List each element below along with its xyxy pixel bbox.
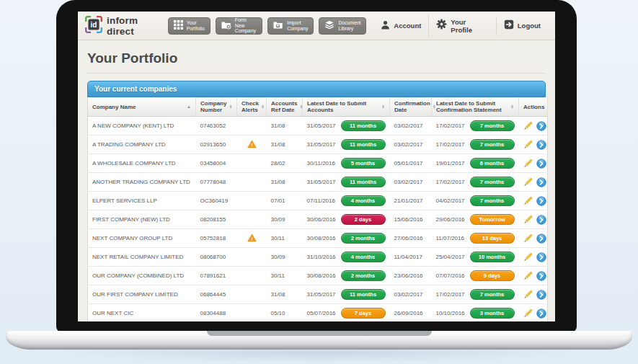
confirmation-date-cell: 03/02/2017 [390,117,432,136]
nav-your-portfolio-button[interactable]: YourPortfolio [168,17,211,35]
view-company-button[interactable] [536,271,546,281]
informdirect-logo[interactable]: id inform direct [85,15,168,37]
view-company-button[interactable] [536,308,546,319]
view-company-button[interactable] [536,215,546,225]
nav-import-company-button[interactable]: ImportCompany [267,17,314,35]
edit-company-button[interactable] [523,271,533,280]
statement-due-date: 11/07/2016 [436,235,466,241]
company-number-cell: 07891621 [196,267,237,285]
nav-document-library-button[interactable]: DocumentLibrary [319,17,366,35]
actions-cell [519,285,548,304]
column-header-latest-date-to-submit-confirmation-statement[interactable]: Latest Date to Submit Confirmation State… [432,97,519,117]
column-header-company-name[interactable]: Company Name▲ [88,97,196,117]
edit-company-button[interactable] [523,159,533,168]
check-alerts-cell [237,304,267,322]
edit-company-button[interactable] [523,140,533,149]
company-name-cell: A NEW COMPANY (KENT) LTD [88,117,196,136]
accounts-ref-date-cell: 31/08 [267,173,303,192]
logout-button[interactable]: Logout [496,17,548,35]
view-company-button[interactable] [536,196,546,206]
sort-both-icon: ▲▼ [261,105,265,109]
table-row: ELPERT SERVICES LLPOC36041907/0107/11/20… [88,192,548,210]
nav-label: Company [287,26,308,32]
statement-due-badge: 7 months [470,139,515,150]
edit-company-button[interactable] [523,121,533,130]
sort-asc-icon: ▲ [187,105,191,109]
statement-due-date: 29/06/2016 [436,216,466,223]
check-alerts-cell [237,173,267,192]
column-label: Confirmation Date [394,100,430,113]
accounts-due-date: 30/08/2016 [307,235,337,241]
company-name-cell: FIRST COMPANY (NEW) LTD [88,210,196,229]
column-header-latest-date-to-submit-accounts[interactable]: Latest Date to Submit Accounts▲▼ [303,97,390,117]
current-companies-panel-header[interactable]: Your current companies [87,81,546,97]
view-company-button[interactable] [536,290,546,300]
nav-label: Company [235,28,257,34]
nav-label: Import [287,20,308,26]
check-alerts-cell [237,117,267,136]
statement-due-cell: 29/06/2016Tomorrow [432,210,519,229]
statement-due-cell: 17/02/20177 months [432,136,519,154]
table-row: NEXT RETAIL COMPANY LIMITED0806870030/09… [88,248,548,267]
primary-nav: YourPortfolio Form NewCompany [168,17,367,35]
browser-screen: id inform direct [78,12,555,321]
check-alerts-cell: ! [237,136,267,154]
check-alerts-cell: ! [237,229,267,248]
view-company-button[interactable] [536,234,546,244]
actions-cell [519,192,548,210]
edit-company-button[interactable] [523,177,533,187]
your-profile-button[interactable]: Your Profile [428,15,495,37]
statement-due-cell: 11/07/201613 days [432,229,519,248]
alert-warning-icon[interactable]: ! [247,143,257,150]
view-company-button[interactable] [536,252,546,262]
table-header-row: Company Name▲Company Number▲▼Check Alert… [88,97,548,117]
view-company-button[interactable] [536,177,546,187]
laptop-base-notch [207,331,432,336]
logout-label: Logout [518,22,541,30]
actions-cell [519,304,548,322]
edit-company-button[interactable] [523,196,533,205]
confirmation-date-cell: 03/02/2017 [390,136,432,154]
accounts-due-badge: 11 months [341,177,386,187]
svg-text:!: ! [251,142,252,147]
accounts-due-badge: 11 months [341,289,386,300]
folder-import-icon [273,20,283,32]
edit-company-button[interactable] [523,234,533,243]
company-name-cell: ELPERT SERVICES LLP [88,192,196,210]
accounts-due-badge: 5 months [341,158,386,169]
sort-both-icon: ▲▼ [381,105,385,109]
check-alerts-cell [237,267,267,285]
statement-due-date: 17/02/2017 [436,179,466,185]
your-profile-label: Your Profile [451,18,488,34]
view-company-button[interactable] [536,121,546,131]
alert-warning-icon[interactable]: ! [247,237,257,244]
edit-company-button[interactable] [523,308,533,318]
nav-form-new-company-button[interactable]: Form NewCompany [216,17,263,35]
accounts-due-date: 31/05/2017 [307,123,337,129]
statement-due-cell: 17/02/20177 months [432,285,519,304]
confirmation-date-cell: 26/09/2016 [390,304,432,322]
account-button[interactable]: Account [373,17,428,35]
view-company-button[interactable] [536,140,546,150]
column-header-accounts-ref-date[interactable]: Accounts Ref Date▲▼ [267,97,303,117]
sort-both-icon: ▲▼ [510,105,514,109]
edit-company-button[interactable] [523,215,533,224]
column-header-confirmation-date[interactable]: Confirmation Date▲▼ [390,97,432,117]
view-company-button[interactable] [536,159,546,169]
account-label: Account [394,22,421,30]
statement-due-badge: 7 months [470,195,515,206]
actions-cell [519,229,548,248]
accounts-due-cell: 31/10/20164 months [303,248,390,267]
check-alerts-cell [237,210,267,229]
accounts-due-cell: 30/08/20162 months [303,267,390,285]
edit-company-button[interactable] [523,252,533,262]
table-row: ANOTHER TRADING COMPANY LTD0777804831/08… [88,173,548,192]
company-name-cell: A TRADING COMPANY LTD [88,136,196,154]
current-companies-thead: Company Name▲Company Number▲▼Check Alert… [88,97,548,117]
column-header-company-number[interactable]: Company Number▲▼ [196,97,237,117]
accounts-due-date: 30/06/2016 [307,216,337,223]
edit-company-button[interactable] [523,290,533,299]
column-header-check-alerts[interactable]: Check Alerts▲▼ [237,97,267,117]
accounts-ref-date-cell: 31/08 [267,117,303,136]
company-number-cell: 08304488 [196,304,237,322]
